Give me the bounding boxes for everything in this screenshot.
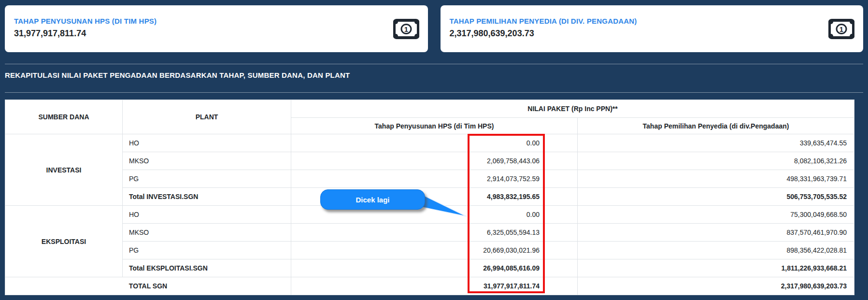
penyedia-value: 898,356,422,028.81 bbox=[578, 242, 854, 259]
total-sgn-label: TOTAL SGN bbox=[5, 277, 291, 295]
penyedia-value: 339,635,474.55 bbox=[578, 134, 854, 152]
header-sumber-dana: SUMBER DANA bbox=[5, 100, 123, 134]
card-value: 2,317,980,639,203.73 bbox=[450, 29, 855, 39]
hps-value: 2,069,758,443.06 bbox=[291, 152, 578, 170]
plant-cell: PG bbox=[123, 242, 291, 259]
table-row: PG 2,914,073,752.59 498,331,963,739.71 bbox=[5, 170, 854, 188]
hps-value: 2,914,073,752.59 bbox=[291, 170, 578, 188]
penyedia-value: 506,753,705,535.52 bbox=[578, 188, 854, 206]
hps-value: 26,994,085,616.09 bbox=[291, 259, 578, 277]
callout-label: Dicek lagi bbox=[356, 196, 389, 204]
table-row: MKSO 2,069,758,443.06 8,082,106,321.26 bbox=[5, 152, 854, 170]
section-title: REKAPITULASI NILAI PAKET PENGADAAN BERDA… bbox=[5, 71, 350, 79]
hps-value: 6,325,055,594.13 bbox=[291, 224, 578, 242]
svg-text:1: 1 bbox=[404, 25, 408, 33]
plant-cell: MKSO bbox=[123, 152, 291, 170]
money-bill-icon: 1 bbox=[828, 19, 854, 39]
header-plant: PLANT bbox=[123, 100, 291, 134]
hps-value: 31,977,917,811.74 bbox=[291, 277, 578, 295]
table-row-total-sgn: TOTAL SGN 31,977,917,811.74 2,317,980,63… bbox=[5, 277, 854, 295]
table-row-total-eksploitasi: Total EKSPLOITASI.SGN 26,994,085,616.09 … bbox=[5, 259, 854, 277]
money-bill-icon: 1 bbox=[393, 19, 419, 39]
card-title: TAHAP PENYUSUNAN HPS (DI TIM HPS) bbox=[14, 17, 419, 25]
plant-cell: HO bbox=[123, 134, 291, 152]
plant-cell: PG bbox=[123, 170, 291, 188]
penyedia-value: 498,331,963,739.71 bbox=[578, 170, 854, 188]
header-tahap-hps: Tahap Penyusunan HPS (di Tim HPS) bbox=[291, 118, 578, 134]
header-nilai-paket: NILAI PAKET (Rp Inc PPN)** bbox=[291, 100, 854, 118]
card-tahap-pemilihan-penyedia[interactable]: TAHAP PEMILIHAN PENYEDIA (DI DIV. PENGAD… bbox=[441, 5, 864, 52]
plant-cell: HO bbox=[123, 206, 291, 224]
penyedia-value: 2,317,980,639,203.73 bbox=[578, 277, 854, 295]
hps-value: 20,669,030,021.96 bbox=[291, 242, 578, 259]
table-row: INVESTASI HO 0.00 339,635,474.55 bbox=[5, 134, 854, 152]
dashboard-page: TAHAP PENYUSUNAN HPS (DI TIM HPS) 31,977… bbox=[0, 0, 868, 300]
header-tahap-penyedia: Tahap Pemilihan Penyedia (di div.Pengada… bbox=[578, 118, 854, 134]
penyedia-value: 75,300,049,668.50 bbox=[578, 206, 854, 224]
divider bbox=[5, 64, 863, 64]
penyedia-value: 1,811,226,933,668.21 bbox=[578, 259, 854, 277]
callout-dicek-lagi: Dicek lagi bbox=[320, 189, 425, 210]
table-row: MKSO 6,325,055,594.13 837,570,461,970.90 bbox=[5, 224, 854, 242]
hps-value: 0.00 bbox=[291, 134, 578, 152]
card-title: TAHAP PEMILIHAN PENYEDIA (DI DIV. PENGAD… bbox=[450, 17, 855, 25]
card-tahap-penyusunan-hps[interactable]: TAHAP PENYUSUNAN HPS (DI TIM HPS) 31,977… bbox=[5, 5, 428, 52]
summary-cards: TAHAP PENYUSUNAN HPS (DI TIM HPS) 31,977… bbox=[5, 5, 863, 52]
group-label-eksploitasi: EKSPLOITASI bbox=[5, 206, 123, 277]
table-row: PG 20,669,030,021.96 898,356,422,028.81 bbox=[5, 242, 854, 259]
plant-cell: MKSO bbox=[123, 224, 291, 242]
divider bbox=[5, 92, 863, 93]
recap-table: SUMBER DANA PLANT NILAI PAKET (Rp Inc PP… bbox=[5, 100, 854, 295]
table-row-total-investasi: Total INVESTASI.SGN 4,983,832,195.65 506… bbox=[5, 188, 854, 206]
svg-text:1: 1 bbox=[840, 25, 843, 33]
group-label-investasi: INVESTASI bbox=[5, 134, 123, 206]
penyedia-value: 837,570,461,970.90 bbox=[578, 224, 854, 242]
penyedia-value: 8,082,106,321.26 bbox=[578, 152, 854, 170]
table-row: EKSPLOITASI HO 0.00 75,300,049,668.50 bbox=[5, 206, 854, 224]
plant-cell: Total INVESTASI.SGN bbox=[123, 188, 291, 206]
plant-cell: Total EKSPLOITASI.SGN bbox=[123, 259, 291, 277]
card-value: 31,977,917,811.74 bbox=[14, 29, 419, 39]
